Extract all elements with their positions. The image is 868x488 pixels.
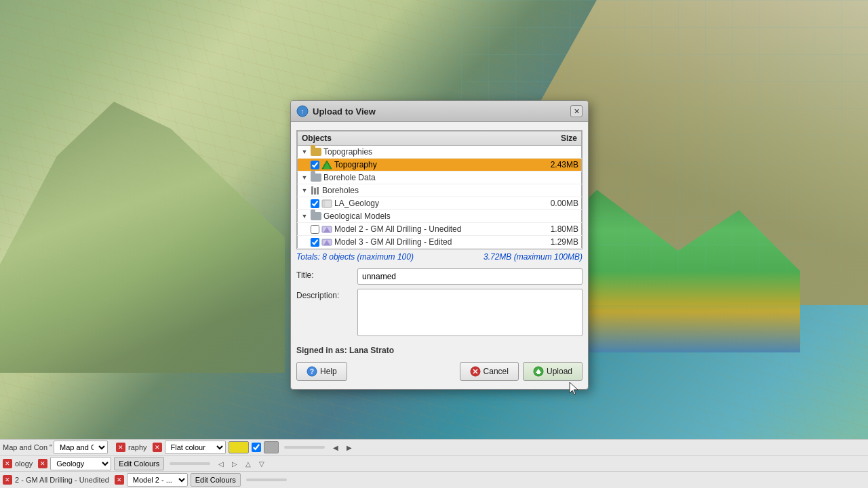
svg-text:?: ?: [310, 368, 314, 375]
svg-text:↑: ↑: [301, 108, 304, 115]
checkbox-topography[interactable]: [311, 161, 319, 169]
nav-right-2[interactable]: ▷: [229, 458, 240, 469]
slider-1[interactable]: [284, 446, 325, 449]
table-row-selected[interactable]: ▶ Topography 2.43MB: [298, 159, 582, 171]
toolbar-row-3: ✕ 2 - GM All Drilling - Unedited ✕ Model…: [0, 472, 868, 488]
table-header-row: Objects Size: [298, 131, 582, 146]
help-button[interactable]: ? Help: [296, 362, 347, 381]
arrow-left-1[interactable]: ◀: [330, 442, 341, 453]
upload-icon: [533, 366, 544, 377]
close-row1[interactable]: ✕: [116, 443, 125, 452]
close-row2b[interactable]: ✕: [38, 459, 47, 468]
edit-colours-btn-2[interactable]: Edit Colours: [114, 457, 164, 470]
title-input[interactable]: [357, 268, 583, 285]
objects-table: Objects Size ▼ Topographies: [297, 131, 582, 249]
svg-rect-4: [311, 186, 313, 195]
color-swatch-yellow[interactable]: [229, 441, 249, 453]
folder-icon-geological: [311, 212, 321, 220]
upload-button[interactable]: Upload: [523, 362, 583, 381]
table-row: ▶ Model 2 - GM All Drilling - Unedited 1…: [298, 223, 582, 236]
folder-icon-topographies: [311, 148, 321, 156]
tree-cell-geological-models: ▼ Geological Models: [298, 210, 534, 223]
expand-topographies[interactable]: ▼: [300, 148, 309, 156]
checkbox-model3[interactable]: [311, 238, 319, 247]
description-row: Description:: [296, 289, 583, 336]
table-row: ▶ Model 3 - GM All Drilling - Edited 1.2…: [298, 236, 582, 249]
row1-layer-name: raphy: [128, 443, 147, 451]
dialog-body: Objects Size ▼ Topographies: [291, 122, 588, 389]
gray-swatch: [264, 441, 279, 453]
model3-icon: [321, 238, 332, 247]
form-section: Title: Description:: [291, 264, 588, 343]
checkbox-la-geology[interactable]: [311, 199, 319, 208]
signed-in-user: Lana Strato: [349, 346, 394, 355]
objects-table-container[interactable]: Objects Size ▼ Topographies: [296, 130, 583, 249]
totals-left: Totals: 8 objects (maximum 100): [296, 252, 414, 262]
totals-right: 3.72MB (maximum 100MB): [484, 252, 583, 262]
description-label: Description:: [296, 289, 357, 300]
tree-cell-model3: ▶ Model 3 - GM All Drilling - Edited: [298, 236, 534, 249]
title-row: Title:: [296, 268, 583, 285]
upload-dialog: ↑ Upload to View ✕ Objects Size: [290, 100, 589, 390]
tree-cell-boreholes: ▼ Boreholes: [298, 184, 534, 197]
help-icon: ?: [307, 366, 317, 377]
topo-icon: [321, 160, 332, 169]
svg-rect-5: [314, 188, 316, 195]
arrow-right-1[interactable]: ▶: [344, 442, 355, 453]
row2-layer-name: ology: [15, 460, 33, 468]
tree-cell-topography: ▶ Topography: [298, 159, 534, 171]
svg-rect-20: [537, 373, 540, 374]
dialog-title: Upload to View: [313, 106, 566, 117]
expand-borehole-data[interactable]: ▼: [300, 174, 309, 182]
table-row: ▶ LA_Geology 0.00MB: [298, 197, 582, 210]
title-label: Title:: [296, 268, 357, 280]
slider-2[interactable]: [170, 462, 210, 465]
tree-cell-borehole-data: ▼ Borehole Data: [298, 171, 534, 184]
dialog-buttons: ? Help Cancel: [291, 358, 588, 384]
slider-3[interactable]: [246, 479, 287, 481]
cancel-button[interactable]: Cancel: [460, 362, 519, 381]
dialog-titlebar: ↑ Upload to View ✕: [291, 101, 588, 122]
description-textarea[interactable]: [357, 289, 583, 336]
edit-colours-btn-3[interactable]: Edit Colours: [191, 473, 241, 487]
right-buttons: Cancel Upload: [460, 362, 583, 381]
geology-icon: [321, 199, 332, 208]
signed-in-prefix: Signed in as:: [296, 346, 349, 355]
objects-column-header: Objects: [298, 131, 534, 146]
nav-up-2[interactable]: △: [243, 458, 254, 469]
nav-down-2[interactable]: ▽: [256, 458, 267, 469]
tree-cell-model2: ▶ Model 2 - GM All Drilling - Unedited: [298, 223, 534, 236]
map-con-dropdown[interactable]: Map and Con...: [54, 441, 108, 454]
close-row3[interactable]: ✕: [3, 475, 12, 485]
svg-rect-6: [317, 187, 319, 195]
tree-cell-la-geology: ▶ LA_Geology: [298, 197, 534, 210]
map-con-label: Map and Con ": [3, 443, 52, 451]
cancel-icon: [470, 366, 481, 377]
table-row: ▼ Geological Models: [298, 210, 582, 223]
close-row3b[interactable]: ✕: [115, 475, 124, 485]
nav-left-2[interactable]: ◁: [216, 458, 226, 469]
flat-colour-dropdown[interactable]: Flat colour: [165, 441, 226, 454]
table-row: ▼ Borehole Data: [298, 171, 582, 184]
table-header-area: [291, 122, 588, 130]
signed-in-area: Signed in as: Lana Strato: [291, 343, 588, 358]
table-row: ▼ Boreholes: [298, 184, 582, 197]
folder-icon-borehole: [311, 174, 321, 182]
close-row1b[interactable]: ✕: [153, 443, 162, 452]
row3-layer-name: 2 - GM All Drilling - Unedited: [15, 476, 109, 484]
svg-rect-7: [322, 200, 332, 207]
bottom-toolbar: Map and Con " Map and Con... ✕ raphy ✕ F…: [0, 439, 868, 488]
checkbox-model2[interactable]: [311, 225, 319, 234]
table-row: ▼ Topographies: [298, 146, 582, 159]
expand-geological-models[interactable]: ▼: [300, 212, 309, 220]
model2-icon: [321, 225, 332, 234]
boreholes-icon: [311, 186, 320, 195]
close-row2[interactable]: ✕: [3, 459, 12, 468]
geology-dropdown[interactable]: Geology: [50, 457, 111, 470]
toolbar-row-2: ✕ ology ✕ Geology Edit Colours ◁ ▷ △ ▽: [0, 456, 868, 472]
model2-dropdown[interactable]: Model 2 - ...: [127, 473, 188, 487]
dialog-close-button[interactable]: ✕: [570, 105, 583, 117]
toolbar-checkbox-1[interactable]: [252, 443, 261, 452]
expand-boreholes[interactable]: ▼: [300, 186, 309, 195]
toolbar-row-1: Map and Con " Map and Con... ✕ raphy ✕ F…: [0, 440, 868, 456]
